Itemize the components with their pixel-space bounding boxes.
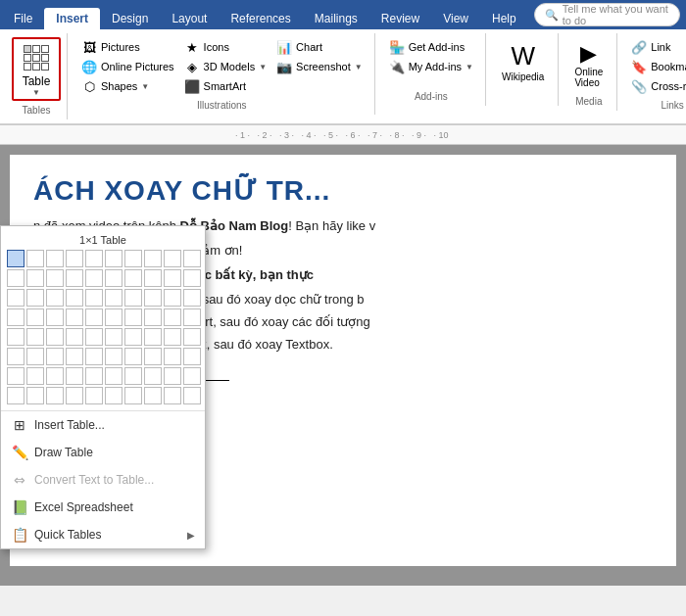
grid-cell[interactable] (144, 289, 162, 307)
grid-cell[interactable] (183, 387, 201, 404)
grid-cell[interactable] (85, 308, 103, 326)
grid-cell[interactable] (105, 348, 122, 365)
get-addins-button[interactable]: 🏪 Get Add-ins (385, 37, 477, 57)
grid-cell[interactable] (66, 269, 83, 287)
grid-cell[interactable] (164, 348, 181, 365)
grid-cell[interactable] (105, 328, 122, 346)
grid-cell[interactable] (124, 328, 142, 346)
icons-button[interactable]: ★ Icons (180, 37, 271, 57)
grid-cell[interactable] (105, 387, 122, 404)
grid-cell[interactable] (183, 367, 201, 385)
grid-cell[interactable] (85, 348, 103, 365)
grid-cell[interactable] (66, 250, 83, 267)
grid-cell[interactable] (124, 387, 142, 404)
grid-cell[interactable] (105, 250, 122, 267)
grid-cell[interactable] (46, 308, 64, 326)
grid-cell[interactable] (66, 348, 83, 365)
grid-cell[interactable] (26, 289, 44, 307)
online-pictures-button[interactable]: 🌐 Online Pictures (77, 57, 178, 76)
grid-cell[interactable] (144, 387, 162, 404)
grid-cell[interactable] (183, 269, 201, 287)
my-addins-button[interactable]: 🔌 My Add-ins ▼ (385, 57, 477, 76)
tab-insert[interactable]: Insert (44, 8, 100, 29)
grid-cell[interactable] (26, 387, 44, 404)
tab-mailings[interactable]: Mailings (303, 8, 369, 29)
excel-spreadsheet-item[interactable]: 📗 Excel Spreadsheet (1, 494, 205, 521)
table-button[interactable]: Table ▼ (12, 37, 61, 101)
pictures-button[interactable]: 🖼 Pictures (77, 37, 178, 57)
draw-table-item[interactable]: ✏️ Draw Table (1, 439, 205, 466)
cross-ref-button[interactable]: 📎 Cross-refer... (627, 76, 686, 96)
grid-cell[interactable] (26, 328, 44, 346)
grid-cell[interactable] (85, 328, 103, 346)
grid-cell[interactable] (7, 348, 24, 365)
grid-cell[interactable] (124, 289, 142, 307)
grid-cell[interactable] (85, 250, 103, 267)
bookmark-button[interactable]: 🔖 Bookmark (627, 57, 686, 76)
grid-cell[interactable] (164, 269, 181, 287)
grid-cell[interactable] (66, 308, 83, 326)
grid-cell[interactable] (26, 348, 44, 365)
chart-button[interactable]: 📊 Chart (272, 37, 367, 57)
grid-cell[interactable] (46, 289, 64, 307)
grid-cell[interactable] (164, 387, 181, 404)
tab-file[interactable]: File (2, 8, 44, 29)
grid-cell[interactable] (26, 308, 44, 326)
table-grid[interactable] (7, 250, 199, 404)
tell-me-box[interactable]: 🔍 Tell me what you want to do (534, 3, 680, 26)
grid-cell[interactable] (46, 269, 64, 287)
grid-cell[interactable] (144, 308, 162, 326)
grid-cell[interactable] (7, 328, 24, 346)
grid-cell[interactable] (7, 308, 24, 326)
grid-cell[interactable] (105, 308, 122, 326)
grid-cell[interactable] (85, 289, 103, 307)
grid-cell[interactable] (66, 367, 83, 385)
grid-cell[interactable] (164, 308, 181, 326)
grid-cell[interactable] (144, 367, 162, 385)
grid-cell[interactable] (46, 387, 64, 404)
grid-cell[interactable] (46, 328, 64, 346)
grid-cell[interactable] (124, 308, 142, 326)
grid-cell[interactable] (7, 387, 24, 404)
tab-help[interactable]: Help (480, 8, 528, 29)
grid-cell[interactable] (183, 348, 201, 365)
grid-cell[interactable] (124, 367, 142, 385)
grid-cell[interactable] (66, 328, 83, 346)
grid-cell[interactable] (26, 269, 44, 287)
grid-cell[interactable] (7, 289, 24, 307)
grid-cell[interactable] (7, 269, 24, 287)
shapes-button[interactable]: ⬡ Shapes ▼ (77, 76, 178, 96)
grid-cell[interactable] (26, 367, 44, 385)
quick-tables-item[interactable]: 📋 Quick Tables ▶ (1, 521, 205, 548)
grid-cell[interactable] (46, 250, 64, 267)
grid-cell[interactable] (183, 250, 201, 267)
grid-cell[interactable] (105, 269, 122, 287)
grid-cell[interactable] (164, 328, 181, 346)
3d-models-button[interactable]: ◈ 3D Models ▼ (180, 57, 271, 76)
grid-cell[interactable] (85, 367, 103, 385)
grid-cell[interactable] (144, 328, 162, 346)
grid-cell[interactable] (124, 250, 142, 267)
online-video-button[interactable]: ▶ Online Video (568, 37, 609, 92)
grid-cell[interactable] (183, 289, 201, 307)
link-button[interactable]: 🔗 Link (627, 37, 686, 57)
tab-review[interactable]: Review (369, 8, 431, 29)
grid-cell[interactable] (46, 348, 64, 365)
grid-cell[interactable] (7, 367, 24, 385)
grid-cell[interactable] (26, 250, 44, 267)
grid-cell[interactable] (183, 328, 201, 346)
grid-cell[interactable] (46, 367, 64, 385)
grid-cell[interactable] (164, 367, 181, 385)
grid-cell[interactable] (183, 308, 201, 326)
grid-cell[interactable] (124, 269, 142, 287)
grid-cell[interactable] (7, 250, 24, 267)
tab-design[interactable]: Design (100, 8, 160, 29)
grid-cell[interactable] (85, 387, 103, 404)
grid-cell[interactable] (164, 250, 181, 267)
grid-cell[interactable] (85, 269, 103, 287)
insert-table-item[interactable]: ⊞ Insert Table... (1, 411, 205, 439)
grid-cell[interactable] (164, 289, 181, 307)
tab-references[interactable]: References (219, 8, 302, 29)
grid-cell[interactable] (66, 289, 83, 307)
tab-view[interactable]: View (431, 8, 480, 29)
